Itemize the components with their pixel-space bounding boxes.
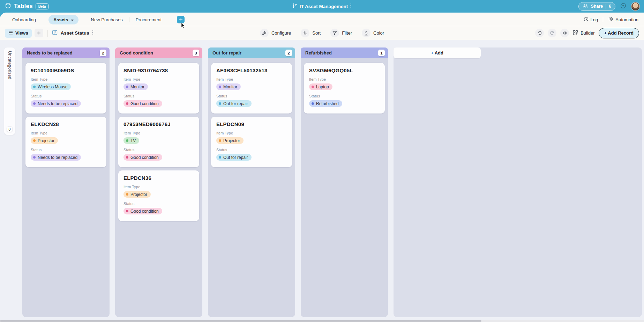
pill-label: Good condition bbox=[130, 101, 159, 106]
status-pill[interactable]: Out for repair bbox=[216, 100, 252, 107]
item-type-pill[interactable]: Monitor bbox=[216, 83, 241, 90]
main-sheet: Onboarding Assets New Purchases Procurem… bbox=[0, 13, 644, 322]
app-name: Tables bbox=[14, 3, 33, 10]
top-app-bar: Tables Beta IT Asset Management Share 6 … bbox=[0, 0, 644, 13]
current-view-name[interactable]: Asset Status bbox=[61, 30, 89, 36]
pill-dot bbox=[126, 210, 128, 212]
pill-label: Refurbished bbox=[316, 101, 339, 106]
builder-button[interactable]: Builder bbox=[573, 30, 594, 36]
share-button[interactable]: Share 6 bbox=[578, 2, 615, 11]
item-type-pill[interactable]: Projector bbox=[31, 137, 58, 144]
column-count-badge: 1 bbox=[378, 50, 385, 56]
record-title: SVSGM6QGQ05L bbox=[309, 67, 380, 73]
item-type-pill[interactable]: Projector bbox=[123, 191, 151, 198]
views-label: Views bbox=[15, 30, 28, 36]
column-header[interactable]: Refurbished 1 bbox=[301, 47, 388, 58]
status-pill[interactable]: Refurbished bbox=[309, 100, 342, 107]
item-type-pill[interactable]: Projector bbox=[216, 137, 244, 144]
pill-dot bbox=[312, 102, 314, 105]
view-menu-icon[interactable] bbox=[92, 30, 93, 36]
status-pill[interactable]: Needs to be replaced bbox=[31, 154, 81, 161]
pill-label: Needs to be replaced bbox=[38, 101, 77, 106]
record-card[interactable]: ELKDCN28 Item Type Projector Status Need… bbox=[25, 117, 106, 167]
undo-button[interactable] bbox=[535, 29, 544, 37]
field-label-status: Status bbox=[216, 94, 287, 98]
record-title: 07953NED900676J bbox=[123, 121, 194, 127]
status-pill[interactable]: Good condition bbox=[123, 154, 162, 161]
column-title: Out for repair bbox=[212, 50, 241, 56]
tables-cube-icon bbox=[5, 2, 11, 10]
status-pill[interactable]: Out for repair bbox=[216, 154, 252, 161]
pill-dot bbox=[219, 139, 221, 142]
share-divider bbox=[606, 4, 606, 9]
workspace-menu-icon[interactable] bbox=[350, 3, 352, 9]
record-title: 9C10100IB059DS bbox=[31, 67, 101, 73]
horizontal-scrollbar[interactable] bbox=[0, 320, 644, 322]
color-label: Color bbox=[373, 30, 384, 36]
field-label-item-type: Item Type bbox=[123, 77, 194, 81]
pill-dot bbox=[219, 86, 221, 88]
column-header[interactable]: Good condition 3 bbox=[115, 47, 202, 58]
column-count-badge: 2 bbox=[285, 50, 292, 56]
pill-dot bbox=[126, 193, 128, 196]
uncategorised-count-badge: 0 bbox=[7, 126, 13, 132]
item-type-pill[interactable]: Wireless Mouse bbox=[31, 83, 71, 90]
uncategorised-rail[interactable]: Uncategorised 0 bbox=[4, 47, 15, 135]
sort-button[interactable]: Sort bbox=[301, 29, 321, 37]
filter-button[interactable]: Filter bbox=[330, 29, 352, 37]
redo-button[interactable] bbox=[548, 29, 556, 37]
log-button[interactable]: Log bbox=[584, 17, 598, 23]
pill-dot bbox=[312, 86, 314, 88]
view-toolbar: Views Asset Status Configure bbox=[0, 26, 644, 40]
app-logo[interactable]: Tables Beta bbox=[5, 2, 48, 10]
automation-button[interactable]: Automation bbox=[608, 16, 638, 23]
sort-label: Sort bbox=[312, 30, 321, 36]
item-type-pill[interactable]: Monitor bbox=[123, 83, 148, 90]
workspace-title: IT Asset Management bbox=[300, 4, 348, 9]
tab-onboarding[interactable]: Onboarding bbox=[12, 17, 42, 22]
pill-dot bbox=[33, 86, 36, 88]
status-pill[interactable]: Good condition bbox=[123, 208, 162, 214]
record-card[interactable]: ELPDCN36 Item Type Projector Status Good… bbox=[118, 170, 199, 221]
add-record-button[interactable]: + Add Record bbox=[599, 28, 639, 38]
funnel-icon bbox=[330, 29, 339, 37]
views-button[interactable]: Views bbox=[5, 29, 32, 38]
field-label-item-type: Item Type bbox=[216, 131, 287, 135]
pill-label: Out for repair bbox=[223, 101, 248, 106]
column-count-badge: 3 bbox=[193, 50, 199, 56]
record-title: AF0B3CFL50132513 bbox=[216, 67, 287, 73]
pill-label: Monitor bbox=[130, 85, 144, 89]
color-button[interactable]: Color bbox=[362, 29, 384, 37]
add-stack-button[interactable]: + Add bbox=[394, 47, 481, 58]
workspace-title-group[interactable]: IT Asset Management bbox=[292, 0, 352, 13]
column-header[interactable]: Out for repair 2 bbox=[208, 47, 295, 58]
tabrow-right-divider bbox=[603, 17, 603, 22]
record-card[interactable]: ELPDCN09 Item Type Projector Status Out … bbox=[211, 117, 292, 167]
record-card[interactable]: SNID-9310764738 Item Type Monitor Status… bbox=[118, 63, 199, 114]
kanban-column-good-condition: Good condition 3 SNID-9310764738 Item Ty… bbox=[115, 47, 202, 317]
column-header[interactable]: Needs to be replaced 2 bbox=[22, 47, 110, 58]
field-label-status: Status bbox=[309, 94, 380, 98]
tab-assets[interactable]: Assets bbox=[48, 15, 78, 24]
tab-procurement[interactable]: Procurement bbox=[129, 17, 168, 22]
beta-badge: Beta bbox=[36, 3, 49, 9]
record-card[interactable]: 07953NED900676J Item Type TV Status Good… bbox=[118, 117, 199, 167]
record-card[interactable]: SVSGM6QGQ05L Item Type Laptop Status Ref… bbox=[304, 63, 385, 114]
tab-new-purchases[interactable]: New Purchases bbox=[85, 17, 129, 22]
status-pill[interactable]: Good condition bbox=[123, 100, 162, 107]
item-type-pill[interactable]: Laptop bbox=[309, 83, 332, 90]
add-view-button[interactable] bbox=[35, 29, 43, 37]
collapse-icon[interactable] bbox=[560, 29, 569, 37]
pill-dot bbox=[219, 102, 221, 105]
configure-button[interactable]: Configure bbox=[260, 29, 291, 37]
clock-icon bbox=[584, 17, 589, 23]
help-icon[interactable]: ? bbox=[620, 3, 626, 10]
scrollbar-thumb[interactable] bbox=[0, 320, 481, 322]
table-tabs-row: Onboarding Assets New Purchases Procurem… bbox=[0, 13, 644, 26]
record-card[interactable]: 9C10100IB059DS Item Type Wireless Mouse … bbox=[25, 63, 106, 114]
record-card[interactable]: AF0B3CFL50132513 Item Type Monitor Statu… bbox=[211, 63, 292, 114]
pill-dot bbox=[126, 102, 128, 105]
item-type-pill[interactable]: TV bbox=[123, 137, 139, 144]
status-pill[interactable]: Needs to be replaced bbox=[31, 100, 81, 107]
user-avatar[interactable] bbox=[631, 2, 640, 11]
